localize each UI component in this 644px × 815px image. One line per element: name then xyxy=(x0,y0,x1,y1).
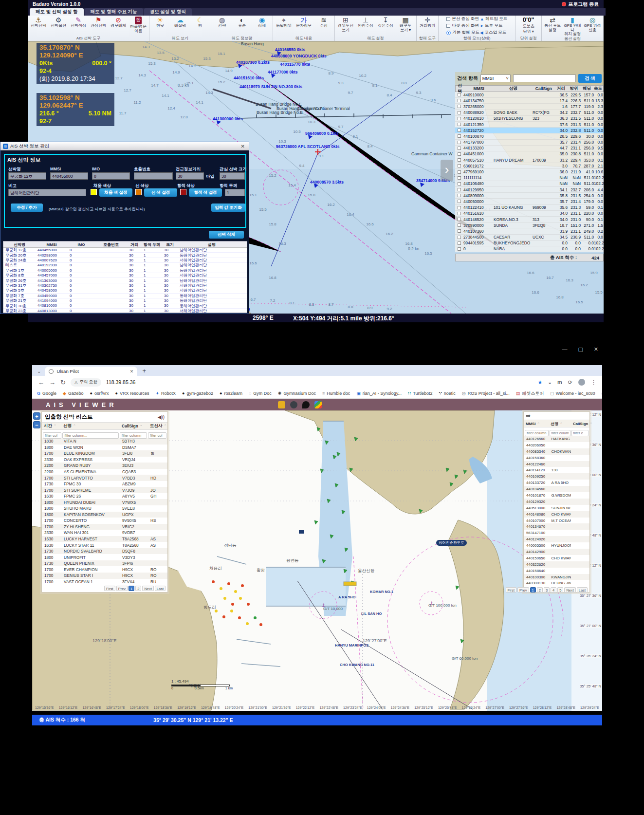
page-number-button[interactable]: 3 xyxy=(544,587,550,593)
column-header[interactable]: 설명 xyxy=(178,242,246,247)
ribbon-button[interactable]: ⊘경보해제 xyxy=(109,16,128,28)
checkbox-icon[interactable] xyxy=(458,134,461,138)
security-badge[interactable]: △ 주의 요함 xyxy=(71,378,101,387)
checkbox-icon[interactable] xyxy=(458,176,461,180)
prev-page-button[interactable]: Prev xyxy=(517,587,529,593)
ribbon-button[interactable]: ⚑관심선박 xyxy=(89,16,108,28)
modify-add-button[interactable]: 수정 / 추가 xyxy=(11,204,43,212)
page-number-button[interactable]: 2 xyxy=(135,586,141,591)
ship-list-row[interactable]: 1700EVER CHAMPIONH9CXRO xyxy=(42,566,167,573)
checkbox-icon[interactable] xyxy=(458,105,461,108)
ship-list-row[interactable]: 2330OAK EXPRESSVRQJ4 xyxy=(42,457,167,463)
table-row[interactable]: 994401595BUKHEYONGJEDO0.00.00.0102.2 xyxy=(455,241,604,246)
page-number-button[interactable]: 5 xyxy=(557,587,563,593)
line-color-button[interactable]: 선 색 설정 xyxy=(144,188,177,197)
ship-list-row[interactable]: 1630LUCKY HARVESTT8A2568AS xyxy=(42,536,167,542)
page-number-button[interactable]: 2 xyxy=(537,587,543,593)
column-header[interactable]: 속도 xyxy=(593,86,603,92)
checkbox-icon[interactable] xyxy=(458,152,461,156)
bookmark-item[interactable]: ◆Gazebo xyxy=(63,391,83,396)
column-header[interactable]: CallSign⌃ xyxy=(120,424,148,428)
table-row[interactable]: 3702650001.6177.7119.02.3 xyxy=(455,104,604,110)
mmsi-list-row[interactable]: 440134670 xyxy=(524,523,589,530)
radio-icon[interactable] xyxy=(446,31,451,35)
mode-option[interactable]: 기본 항해 모드 xyxy=(446,30,479,36)
table-row[interactable]: 44012135037.6231.3511.00.0 xyxy=(455,122,604,128)
checkbox-icon[interactable] xyxy=(458,229,461,233)
ship-list-row[interactable]: 2200GRAND RUBY3EIU3 xyxy=(42,463,167,469)
reset-button[interactable]: 입력 값 초기화 xyxy=(211,204,245,212)
bookmark-item[interactable]: ◎ROS Project - all_si... xyxy=(462,391,510,396)
checkbox-icon[interactable] xyxy=(458,206,461,209)
ribbon-button[interactable]: ▮GPS 안테나 위치 설정 xyxy=(563,16,582,37)
mmsi-list-row[interactable]: 440109250 xyxy=(524,473,589,480)
table-row[interactable]: 44015272034.0232.8511.00.0 xyxy=(455,128,604,133)
note-field[interactable]: 남해어업관리단 xyxy=(8,189,86,196)
checkbox-icon[interactable] xyxy=(458,236,461,239)
mmsi-list-row[interactable]: 440124020 xyxy=(524,536,589,542)
column-header[interactable]: MMSI xyxy=(464,86,494,91)
ship-list-row[interactable]: 1830VITA N5BTH3 xyxy=(42,438,167,445)
ship-list-row[interactable]: 1800SHUHO MARU5VEE8 xyxy=(42,505,167,512)
page-number-button[interactable]: 1 xyxy=(129,586,134,591)
column-header[interactable]: MMSI xyxy=(36,242,68,247)
ship-list-row[interactable]: 1730FPMC 30ABZM9 xyxy=(42,481,167,487)
column-header[interactable]: 선명⌃ xyxy=(61,423,120,429)
filter-input[interactable] xyxy=(43,432,61,439)
dialog-titlebar[interactable]: B AIS 선박 정보 관리 ✕ xyxy=(0,142,249,150)
ship-list-row[interactable]: 1630FPMC 26A8YV5GH xyxy=(42,493,167,500)
bookmark-item[interactable]: ●VRX resources xyxy=(115,391,149,396)
tab-close-icon[interactable]: ✕ xyxy=(130,369,134,374)
ribbon-button[interactable]: ◍간략 xyxy=(212,16,232,28)
column-header[interactable]: 방위 xyxy=(567,86,580,92)
mmsi-list-row[interactable]: 440104560 xyxy=(524,486,589,492)
mmsi-list-row[interactable]: 440300130HEUNG JIN ... xyxy=(524,580,589,586)
checkbox-icon[interactable] xyxy=(458,147,461,150)
new-tab-button[interactable]: + xyxy=(142,367,146,374)
checkbox-icon[interactable] xyxy=(458,141,461,144)
expand-arrow-icon[interactable]: ➡ xyxy=(526,412,531,419)
checkbox-icon[interactable] xyxy=(458,158,461,162)
table-row[interactable]: 44080900035.8231.5254.00.0 xyxy=(455,193,604,199)
checkbox-icon[interactable] xyxy=(458,164,461,167)
bookmark-item[interactable]: ✦RobotX xyxy=(155,391,176,396)
distance-field[interactable]: 30 xyxy=(176,172,204,180)
table-row[interactable]: 440088920SONG BAEKRC*X(FG34.2232.7511.00… xyxy=(455,110,604,116)
mmsi-list-row[interactable]: 440206050 xyxy=(524,442,589,448)
column-header[interactable]: 거리 xyxy=(555,86,568,92)
mmsi-list-row[interactable]: 440129320 xyxy=(524,499,589,505)
profile-avatar[interactable] xyxy=(578,379,585,386)
fill-color-button[interactable]: 채움 색 설정 xyxy=(99,188,132,197)
ribbon-button[interactable]: ☾밤 xyxy=(190,16,210,28)
column-header[interactable]: IMO xyxy=(68,242,95,247)
zoom-out-button[interactable]: − xyxy=(33,421,40,428)
mode-option[interactable]: 본선 중심 화면 xyxy=(446,16,479,22)
column-header[interactable]: CallSign⌃ xyxy=(571,422,589,426)
ribbon-button[interactable]: ⌖등달범위 xyxy=(274,16,294,28)
mmsi-list-row[interactable]: 440158360 xyxy=(524,455,589,461)
checkbox-icon[interactable] xyxy=(458,223,461,227)
close-window-button[interactable]: ✕ xyxy=(594,346,598,352)
ship-list-row[interactable]: 1700BLUE KINGDOM3FLI8황 xyxy=(42,450,167,457)
ship-list-row[interactable]: 2200AS CLEMENTINACQAB3 xyxy=(42,469,167,475)
ship-list-row[interactable]: 1730QUEEN PHENIX3FPI6 xyxy=(42,560,167,567)
ribbon-button[interactable]: ↧깊은수심 xyxy=(376,16,395,28)
search-field-select[interactable]: MMSI˅ xyxy=(480,74,511,82)
table-row[interactable]: 0NARA0.00.00.0102.2 xyxy=(455,246,604,252)
mode-option[interactable]: 타겟 중심 화면 xyxy=(446,23,479,29)
bookmark-item[interactable]: ◻Welcome - iec_sc80 xyxy=(550,391,595,396)
column-header[interactable]: 선박명 xyxy=(3,242,36,247)
search-input[interactable] xyxy=(513,74,576,82)
speaker-icon[interactable]: ◀)) xyxy=(158,414,165,420)
menu-icon[interactable]: ⋮ xyxy=(591,379,596,386)
ribbon-button[interactable]: ⊥안전수심 xyxy=(356,16,375,28)
table-row[interactable]: 44005000035.7231.4179.00.0 xyxy=(455,199,604,204)
column-header[interactable]: 헤딩 xyxy=(580,86,593,92)
exit-program-button[interactable]: 프로그램 종료 xyxy=(562,1,599,8)
ribbon-button[interactable]: ▦해구도 보기 ▾ xyxy=(396,16,415,32)
bookmark-item[interactable]: ●ros2learn xyxy=(220,391,242,396)
ship-list-row[interactable]: 1630LUCKY STAR 11T8A2568AS xyxy=(42,542,167,548)
ship-list-row[interactable]: 1700VAST OCEAN 13FVX4RU xyxy=(42,579,167,585)
last-page-button[interactable]: Last xyxy=(577,587,588,593)
table-row[interactable]: 44179700035.7231.4256.00.0 xyxy=(455,140,604,146)
